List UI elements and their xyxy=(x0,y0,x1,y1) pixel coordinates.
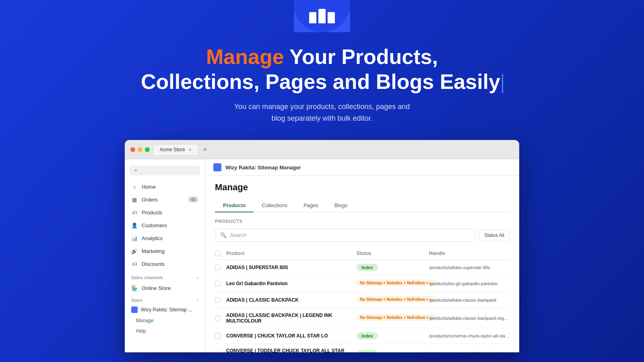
cursor-blink xyxy=(502,74,503,93)
sidebar-label-orders: Orders xyxy=(142,197,158,203)
sales-channels-arrow: › xyxy=(197,276,198,280)
minimize-button[interactable] xyxy=(138,147,142,152)
main-content: Wizy Rakita: Sitemap Manager Manage Prod… xyxy=(205,159,519,352)
product-name-2: Leo Gri Gabardin Pantolon xyxy=(226,281,357,286)
tabs: Products Collections Pages Blogs xyxy=(215,199,510,212)
status-badge-5: Index xyxy=(357,332,378,339)
sidebar-item-marketing[interactable]: 🔊 Marketing xyxy=(125,245,205,257)
sidebar-label-customers: Customers xyxy=(142,222,167,228)
sidebar-help-link[interactable]: Help xyxy=(125,326,205,336)
browser-content: ▼ ⌂ Home ▦ Orders 43 🏷 Products � xyxy=(125,159,519,352)
logo-bar-2 xyxy=(318,9,326,23)
tab-bar: Acme Store ✕ + xyxy=(153,144,514,155)
orders-icon: ▦ xyxy=(131,196,138,203)
hero-section: Manage Your Products, Collections, Pages… xyxy=(0,32,644,140)
row-checkbox-5[interactable] xyxy=(215,333,221,339)
apps-section: Apps › xyxy=(125,294,205,304)
sidebar-item-customers[interactable]: 👤 Customers xyxy=(125,219,205,232)
row-checkbox-4[interactable] xyxy=(215,315,221,321)
sidebar-item-wizy[interactable]: Wizy Rakita: Sitemap ... xyxy=(125,304,205,315)
sidebar-search-box[interactable]: ▼ xyxy=(130,166,200,175)
top-bar-app-icon xyxy=(213,163,221,171)
store-icon: 🏪 xyxy=(131,285,138,291)
handle-3: /products/adidas-classic-backpack xyxy=(429,298,510,302)
hero-manage: Manage xyxy=(206,45,284,68)
tab-pages[interactable]: Pages xyxy=(295,199,326,212)
row-checkbox-3[interactable] xyxy=(215,297,221,303)
handle-4: /products/adidas-classic-backpack-legend… xyxy=(429,316,510,321)
tab-blogs[interactable]: Blogs xyxy=(326,199,356,212)
wizy-app-icon xyxy=(131,306,138,313)
customers-icon: 👤 xyxy=(131,222,138,228)
row-checkbox-2[interactable] xyxy=(215,281,221,286)
sidebar-label-discounts: Discounts xyxy=(142,261,165,267)
browser-chrome: Acme Store ✕ + xyxy=(125,140,519,159)
products-icon: 🏷 xyxy=(131,209,138,216)
logo-bars xyxy=(309,9,335,23)
hero-subtitle: You can manage your products, collection… xyxy=(8,101,636,124)
apps-arrow: › xyxy=(197,298,198,302)
sidebar-item-analytics[interactable]: 📊 Analytics xyxy=(125,232,205,245)
sidebar-search-area: ▼ xyxy=(125,162,205,179)
table-header: Product Status Handle xyxy=(215,247,510,260)
sidebar-manage-link[interactable]: Manage xyxy=(125,315,205,326)
status-badge-2: No Sitemap + NoIndex + NoFollow + No Sea… xyxy=(357,280,437,286)
col-status: Status xyxy=(357,251,429,256)
sidebar-nav: ⌂ Home ▦ Orders 43 🏷 Products 👤 Customer… xyxy=(125,179,205,272)
search-icon: 🔍 xyxy=(220,232,227,238)
table-row: ADIDAS | SUPERSTAR 80S Index /products/a… xyxy=(215,260,510,276)
sales-channels-section: Sales channels › xyxy=(125,272,205,282)
section-label: PRODUCTS xyxy=(215,219,510,224)
maximize-button[interactable] xyxy=(145,147,150,152)
logo-bar-3 xyxy=(328,12,335,23)
logo-area xyxy=(0,0,644,32)
close-button[interactable] xyxy=(130,147,135,152)
product-name-6: CONVERSE | TODDLER CHUCK TAYLOR ALL STAR… xyxy=(226,348,357,352)
sidebar-item-orders[interactable]: ▦ Orders 43 xyxy=(125,193,205,206)
hero-blogs: Blogs xyxy=(376,70,434,93)
analytics-icon: 📊 xyxy=(131,235,138,241)
tab-products[interactable]: Products xyxy=(215,199,254,212)
hero-collections: Collections xyxy=(141,70,254,93)
manage-title: Manage xyxy=(215,182,510,193)
top-bar-title: Wizy Rakita: Sitemap Manager xyxy=(225,165,301,171)
tab-collections[interactable]: Collections xyxy=(254,199,295,212)
logo-circle xyxy=(294,0,350,32)
product-name-3: ADIDAS | CLASSIC BACKPACK xyxy=(226,297,357,303)
discounts-icon: 🏷 xyxy=(131,261,138,267)
new-tab-button[interactable]: + xyxy=(200,144,210,155)
sidebar-item-online-store[interactable]: 🏪 Online Store xyxy=(125,282,205,294)
home-icon: ⌂ xyxy=(131,183,138,190)
table-row: Leo Gri Gabardin Pantolon No Sitemap + N… xyxy=(215,276,510,292)
status-filter[interactable]: Status All xyxy=(479,229,510,241)
product-name-1: ADIDAS | SUPERSTAR 80S xyxy=(226,265,357,270)
sidebar-label-analytics: Analytics xyxy=(142,235,163,241)
sidebar-label-marketing: Marketing xyxy=(142,248,165,254)
traffic-lights xyxy=(130,147,150,152)
online-store-label: Online Store xyxy=(142,285,171,291)
table-row: CONVERSE | CHUCK TAYLOR ALL STAR LO Inde… xyxy=(215,328,510,344)
search-row: 🔍 Search Status All xyxy=(215,228,510,242)
sidebar-item-discounts[interactable]: 🏷 Discounts xyxy=(125,257,205,270)
row-checkbox-1[interactable] xyxy=(215,265,221,270)
search-box[interactable]: 🔍 Search xyxy=(215,228,475,242)
status-badge-3: No Sitemap + NoIndex + NoFollow + No Sea… xyxy=(357,296,437,303)
search-placeholder: Search xyxy=(230,232,246,238)
wizy-app-name: Wizy Rakita: Sitemap ... xyxy=(141,307,192,313)
sidebar-item-products[interactable]: 🏷 Products xyxy=(125,206,205,219)
row-checkbox-6[interactable] xyxy=(215,351,221,352)
handle-5: /products/converse-chuck-taylor-all-star… xyxy=(429,333,510,338)
hero-title: Manage Your Products, Collections, Pages… xyxy=(8,44,636,95)
sidebar-label-products: Products xyxy=(142,210,162,216)
select-all-checkbox[interactable] xyxy=(215,251,221,256)
tab-close-icon[interactable]: ✕ xyxy=(188,148,192,152)
sidebar-item-home[interactable]: ⌂ Home xyxy=(125,180,205,193)
browser-tab[interactable]: Acme Store ✕ xyxy=(153,144,198,155)
handle-6: /products/converse-toddler-chuck-taylor-… xyxy=(429,351,510,352)
manage-area: Manage Products Collections Pages Blogs … xyxy=(205,176,519,352)
logo-bar-1 xyxy=(309,12,316,23)
col-product: Product xyxy=(226,251,357,256)
marketing-icon: 🔊 xyxy=(131,248,138,254)
sidebar: ▼ ⌂ Home ▦ Orders 43 🏷 Products � xyxy=(125,159,205,352)
product-name-5: CONVERSE | CHUCK TAYLOR ALL STAR LO xyxy=(226,333,357,339)
